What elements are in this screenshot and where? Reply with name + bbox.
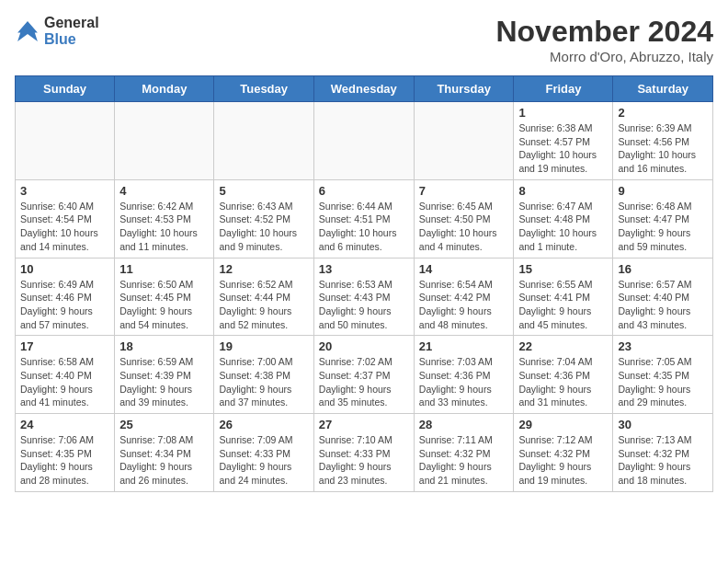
day-info: Sunrise: 7:08 AM Sunset: 4:34 PM Dayligh… [119, 433, 209, 488]
day-info: Sunrise: 7:06 AM Sunset: 4:35 PM Dayligh… [20, 433, 109, 488]
calendar-cell: 30Sunrise: 7:13 AM Sunset: 4:32 PM Dayli… [613, 414, 713, 492]
day-number: 9 [618, 184, 708, 198]
calendar-cell: 16Sunrise: 6:57 AM Sunset: 4:40 PM Dayli… [613, 258, 713, 336]
day-number: 28 [419, 418, 509, 431]
day-info: Sunrise: 6:55 AM Sunset: 4:41 PM Dayligh… [518, 278, 608, 332]
calendar-cell: 13Sunrise: 6:53 AM Sunset: 4:43 PM Dayli… [313, 258, 414, 336]
calendar-week-row: 17Sunrise: 6:58 AM Sunset: 4:40 PM Dayli… [16, 336, 713, 414]
day-number: 12 [219, 262, 308, 276]
day-info: Sunrise: 6:54 AM Sunset: 4:42 PM Dayligh… [419, 278, 509, 332]
day-number: 26 [219, 418, 308, 431]
calendar-cell [16, 102, 115, 180]
calendar-cell [115, 102, 214, 180]
day-info: Sunrise: 7:04 AM Sunset: 4:36 PM Dayligh… [518, 355, 608, 409]
day-number: 4 [119, 184, 209, 198]
day-info: Sunrise: 7:05 AM Sunset: 4:35 PM Dayligh… [618, 355, 708, 409]
calendar-cell: 15Sunrise: 6:55 AM Sunset: 4:41 PM Dayli… [514, 258, 613, 336]
day-number: 30 [618, 418, 708, 431]
day-header-sunday: Sunday [16, 76, 115, 102]
day-info: Sunrise: 6:57 AM Sunset: 4:40 PM Dayligh… [618, 278, 708, 332]
day-header-monday: Monday [115, 76, 214, 102]
day-info: Sunrise: 7:09 AM Sunset: 4:33 PM Dayligh… [219, 433, 308, 488]
day-number: 23 [618, 339, 708, 353]
calendar-cell [414, 102, 514, 180]
calendar-cell [214, 102, 313, 180]
day-header-friday: Friday [514, 76, 613, 102]
title-block: November 2024 Morro d'Oro, Abruzzo, Ital… [495, 15, 713, 64]
day-number: 24 [20, 418, 109, 431]
month-title: November 2024 [495, 15, 713, 49]
logo-icon [15, 18, 40, 44]
day-number: 20 [319, 339, 409, 353]
calendar-cell: 26Sunrise: 7:09 AM Sunset: 4:33 PM Dayli… [214, 414, 313, 492]
calendar-cell: 17Sunrise: 6:58 AM Sunset: 4:40 PM Dayli… [16, 336, 115, 414]
calendar-cell: 21Sunrise: 7:03 AM Sunset: 4:36 PM Dayli… [414, 336, 514, 414]
location: Morro d'Oro, Abruzzo, Italy [495, 49, 713, 64]
calendar-cell: 14Sunrise: 6:54 AM Sunset: 4:42 PM Dayli… [414, 258, 514, 336]
day-info: Sunrise: 7:13 AM Sunset: 4:32 PM Dayligh… [618, 433, 708, 488]
calendar-cell: 19Sunrise: 7:00 AM Sunset: 4:38 PM Dayli… [214, 336, 313, 414]
calendar-cell: 28Sunrise: 7:11 AM Sunset: 4:32 PM Dayli… [414, 414, 514, 492]
calendar-week-row: 10Sunrise: 6:49 AM Sunset: 4:46 PM Dayli… [16, 258, 713, 336]
day-info: Sunrise: 6:40 AM Sunset: 4:54 PM Dayligh… [20, 200, 109, 254]
day-info: Sunrise: 6:58 AM Sunset: 4:40 PM Dayligh… [20, 355, 109, 409]
calendar-header-row: SundayMondayTuesdayWednesdayThursdayFrid… [16, 76, 713, 102]
calendar-cell: 6Sunrise: 6:44 AM Sunset: 4:51 PM Daylig… [313, 179, 414, 258]
day-number: 3 [20, 184, 109, 198]
day-number: 1 [518, 106, 608, 120]
day-info: Sunrise: 6:42 AM Sunset: 4:53 PM Dayligh… [119, 200, 209, 254]
calendar-cell: 25Sunrise: 7:08 AM Sunset: 4:34 PM Dayli… [115, 414, 214, 492]
day-info: Sunrise: 7:12 AM Sunset: 4:32 PM Dayligh… [518, 433, 608, 488]
calendar: SundayMondayTuesdayWednesdayThursdayFrid… [15, 75, 713, 492]
calendar-cell: 24Sunrise: 7:06 AM Sunset: 4:35 PM Dayli… [16, 414, 115, 492]
day-number: 27 [319, 418, 409, 431]
day-header-saturday: Saturday [613, 76, 713, 102]
calendar-cell: 12Sunrise: 6:52 AM Sunset: 4:44 PM Dayli… [214, 258, 313, 336]
logo: General Blue [15, 15, 99, 48]
calendar-cell: 22Sunrise: 7:04 AM Sunset: 4:36 PM Dayli… [514, 336, 613, 414]
calendar-cell: 29Sunrise: 7:12 AM Sunset: 4:32 PM Dayli… [514, 414, 613, 492]
day-info: Sunrise: 6:50 AM Sunset: 4:45 PM Dayligh… [119, 278, 209, 332]
calendar-cell [313, 102, 414, 180]
day-number: 7 [419, 184, 509, 198]
day-number: 21 [419, 339, 509, 353]
day-number: 6 [319, 184, 409, 198]
day-info: Sunrise: 6:44 AM Sunset: 4:51 PM Dayligh… [319, 200, 409, 254]
page-header: General Blue November 2024 Morro d'Oro, … [15, 15, 713, 64]
day-info: Sunrise: 7:03 AM Sunset: 4:36 PM Dayligh… [419, 355, 509, 409]
calendar-cell: 27Sunrise: 7:10 AM Sunset: 4:33 PM Dayli… [313, 414, 414, 492]
day-info: Sunrise: 6:48 AM Sunset: 4:47 PM Dayligh… [618, 200, 708, 254]
calendar-week-row: 24Sunrise: 7:06 AM Sunset: 4:35 PM Dayli… [16, 414, 713, 492]
day-info: Sunrise: 6:43 AM Sunset: 4:52 PM Dayligh… [219, 200, 308, 254]
day-info: Sunrise: 6:53 AM Sunset: 4:43 PM Dayligh… [319, 278, 409, 332]
svg-marker-0 [17, 21, 38, 41]
day-number: 2 [618, 106, 708, 120]
day-info: Sunrise: 7:11 AM Sunset: 4:32 PM Dayligh… [419, 433, 509, 488]
calendar-week-row: 1Sunrise: 6:38 AM Sunset: 4:57 PM Daylig… [16, 102, 713, 180]
calendar-cell: 5Sunrise: 6:43 AM Sunset: 4:52 PM Daylig… [214, 179, 313, 258]
calendar-cell: 3Sunrise: 6:40 AM Sunset: 4:54 PM Daylig… [16, 179, 115, 258]
day-number: 22 [518, 339, 608, 353]
calendar-cell: 20Sunrise: 7:02 AM Sunset: 4:37 PM Dayli… [313, 336, 414, 414]
day-info: Sunrise: 6:52 AM Sunset: 4:44 PM Dayligh… [219, 278, 308, 332]
calendar-cell: 11Sunrise: 6:50 AM Sunset: 4:45 PM Dayli… [115, 258, 214, 336]
day-number: 18 [119, 339, 209, 353]
calendar-cell: 9Sunrise: 6:48 AM Sunset: 4:47 PM Daylig… [613, 179, 713, 258]
calendar-cell: 2Sunrise: 6:39 AM Sunset: 4:56 PM Daylig… [613, 102, 713, 180]
day-info: Sunrise: 6:59 AM Sunset: 4:39 PM Dayligh… [119, 355, 209, 409]
calendar-cell: 1Sunrise: 6:38 AM Sunset: 4:57 PM Daylig… [514, 102, 613, 180]
day-number: 19 [219, 339, 308, 353]
day-number: 5 [219, 184, 308, 198]
day-number: 8 [518, 184, 608, 198]
calendar-week-row: 3Sunrise: 6:40 AM Sunset: 4:54 PM Daylig… [16, 179, 713, 258]
day-header-thursday: Thursday [414, 76, 514, 102]
day-info: Sunrise: 6:45 AM Sunset: 4:50 PM Dayligh… [419, 200, 509, 254]
day-info: Sunrise: 6:49 AM Sunset: 4:46 PM Dayligh… [20, 278, 109, 332]
day-header-wednesday: Wednesday [313, 76, 414, 102]
calendar-cell: 7Sunrise: 6:45 AM Sunset: 4:50 PM Daylig… [414, 179, 514, 258]
calendar-cell: 10Sunrise: 6:49 AM Sunset: 4:46 PM Dayli… [16, 258, 115, 336]
calendar-cell: 4Sunrise: 6:42 AM Sunset: 4:53 PM Daylig… [115, 179, 214, 258]
day-number: 10 [20, 262, 109, 276]
calendar-cell: 23Sunrise: 7:05 AM Sunset: 4:35 PM Dayli… [613, 336, 713, 414]
day-number: 16 [618, 262, 708, 276]
